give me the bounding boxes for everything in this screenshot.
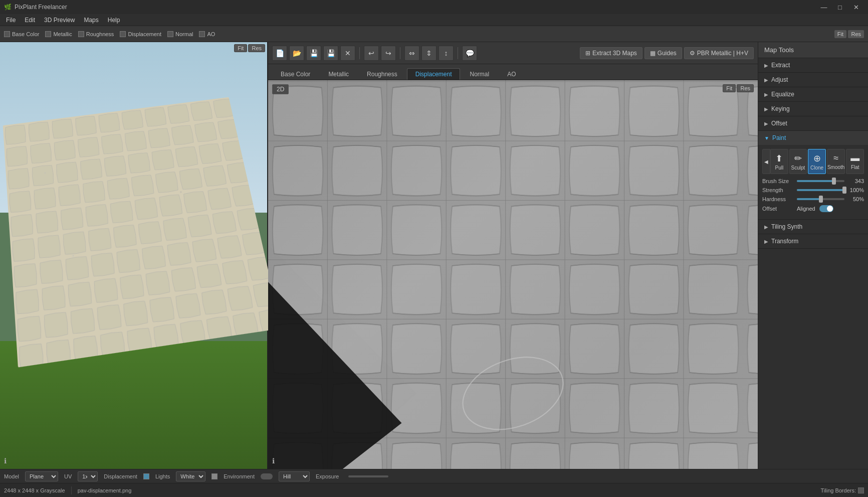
section-equalize-header[interactable]: ▶ Equalize (758, 87, 868, 101)
pull-icon: ⬆ (775, 153, 783, 164)
displacement-label: Displacement (128, 31, 161, 37)
offset-row: Offset Aligned (762, 205, 864, 212)
clone-tool[interactable]: ⊕ Clone (808, 149, 826, 174)
tab-roughness[interactable]: Roughness (358, 68, 406, 80)
section-offset-header[interactable]: ▶ Offset (758, 116, 868, 130)
status-dimensions: 2448 x 2448 x Grayscale (4, 487, 65, 493)
menu-file[interactable]: File (2, 16, 20, 25)
keying-section-label: Keying (771, 105, 790, 112)
menu-3dpreview[interactable]: 3D Preview (40, 16, 79, 25)
uv-select[interactable]: 1x 2x 4x (78, 471, 98, 481)
channel-ao: AO (199, 31, 215, 37)
flip-h-button[interactable]: ⇔ (404, 46, 419, 61)
menu-edit[interactable]: Edit (21, 16, 39, 25)
basecolor-checkbox[interactable] (4, 31, 10, 37)
section-adjust-header[interactable]: ▶ Adjust (758, 73, 868, 87)
section-equalize: ▶ Equalize (758, 87, 868, 102)
brush-size-row: Brush Size 343 (762, 178, 864, 184)
sculpt-tool[interactable]: ✏ Sculpt (789, 149, 807, 174)
left-res-button[interactable]: Res (248, 44, 265, 52)
status-sep1 (71, 486, 72, 494)
hardness-row: Hardness 50% (762, 196, 864, 202)
save-as-button[interactable]: 💾 (323, 46, 338, 61)
bottombar: Model Plane Sphere Cube UV 1x 2x 4x Disp… (0, 469, 868, 483)
menu-maps[interactable]: Maps (80, 16, 102, 25)
undo-button[interactable]: ↩ (364, 46, 379, 61)
center-info-icon: ℹ (272, 457, 275, 465)
displacement-bottom-checkbox[interactable] (143, 473, 149, 479)
new-button[interactable]: 📄 (272, 46, 287, 61)
exposure-slider[interactable] (348, 475, 388, 477)
offset-arrow-icon: ▶ (764, 121, 768, 126)
metallic-checkbox[interactable] (45, 31, 51, 37)
tiling-borders: Tiling Borders: (820, 487, 864, 493)
tab-normal[interactable]: Normal (461, 68, 498, 80)
environment-select[interactable]: Hill Studio Sky (279, 471, 310, 481)
redo-button[interactable]: ↪ (381, 46, 396, 61)
roughness-checkbox[interactable] (78, 31, 84, 37)
extract-3d-maps-button[interactable]: ⊞ Extract 3D Maps (580, 47, 642, 59)
brush-size-thumb (832, 178, 836, 185)
transform-button[interactable]: ↕ (439, 46, 454, 61)
section-paint-header[interactable]: ▼ Paint (758, 131, 868, 145)
view2d-area[interactable]: 2D Fit Res (268, 80, 758, 469)
comment-button[interactable]: 💬 (462, 46, 477, 61)
section-extract-header[interactable]: ▶ Extract (758, 58, 868, 72)
map-tools-title: Map Tools (764, 46, 794, 54)
offset-toggle[interactable] (819, 205, 833, 212)
ao-checkbox[interactable] (199, 31, 205, 37)
flip-v-button[interactable]: ⇕ (421, 46, 437, 61)
tab-displacement[interactable]: Displacement (407, 68, 461, 80)
toolbar: 📄 📂 💾 💾 ✕ ↩ ↪ ⇔ ⇕ ↕ 💬 ⊞ Extract 3D Maps … (268, 42, 758, 64)
pbr-button[interactable]: ⚙ PBR Metallic | H+V (684, 47, 754, 59)
environment-toggle[interactable] (261, 473, 273, 479)
section-transform: ▶ Transform (758, 234, 868, 249)
sculpt-icon: ✏ (794, 153, 802, 164)
maximize-button[interactable]: □ (832, 0, 848, 14)
tiling-synth-arrow-icon: ▶ (764, 224, 768, 230)
brush-tools-scroll-left[interactable]: ◀ (762, 149, 770, 174)
extract-label: Extract 3D Maps (592, 50, 637, 57)
smooth-tool[interactable]: ≈ Smooth (827, 149, 845, 174)
main-area: Fit Res ℹ (0, 42, 868, 469)
view2d-fit-button[interactable]: Fit (723, 84, 736, 92)
section-tiling-synth-header[interactable]: ▶ Tiling Synth (758, 220, 868, 234)
view2d-res-button[interactable]: Res (737, 84, 754, 92)
displacement-checkbox[interactable] (120, 31, 126, 37)
lights-select[interactable]: White Color (176, 471, 205, 481)
metallic-label: Metallic (53, 31, 72, 37)
pbr-icon: ⚙ (690, 50, 695, 57)
left-fit-button[interactable]: Fit (234, 44, 247, 52)
tiling-borders-checkbox[interactable] (858, 487, 864, 493)
transform-section-label: Transform (771, 238, 798, 245)
menu-help[interactable]: Help (104, 16, 124, 25)
tab-metallic[interactable]: Metallic (320, 68, 357, 80)
tab-basecolor[interactable]: Base Color (272, 68, 319, 80)
open-button[interactable]: 📂 (289, 46, 304, 61)
extract-section-label: Extract (771, 62, 790, 69)
pbr-label: PBR Metallic | H+V (697, 50, 748, 57)
section-keying-header[interactable]: ▶ Keying (758, 102, 868, 116)
flat-tool[interactable]: ▬ Flat (846, 149, 864, 174)
topbar-fit-btn[interactable]: Fit (834, 30, 846, 38)
minimize-button[interactable]: — (816, 0, 832, 14)
pull-tool[interactable]: ⬆ Pull (770, 149, 788, 174)
topbar-res-btn[interactable]: Res (848, 30, 864, 38)
section-adjust: ▶ Adjust (758, 73, 868, 87)
left-pane-buttons: Fit Res (234, 44, 265, 52)
strength-slider[interactable] (797, 189, 844, 191)
guides-button[interactable]: ▦ Guides (644, 47, 682, 59)
save-button[interactable]: 💾 (306, 46, 321, 61)
section-transform-header[interactable]: ▶ Transform (758, 234, 868, 248)
brush-size-slider[interactable] (797, 180, 844, 182)
titlebar-controls: — □ ✕ (816, 0, 864, 14)
close-button[interactable]: ✕ (848, 0, 864, 14)
model-select[interactable]: Plane Sphere Cube (25, 471, 58, 481)
brush-buttons: ⬆ Pull ✏ Sculpt ⊕ Clone ≈ (770, 149, 864, 174)
close-doc-button[interactable]: ✕ (340, 46, 355, 61)
brush-size-fill (797, 180, 834, 182)
lights-checkbox[interactable] (211, 473, 218, 479)
normal-checkbox[interactable] (167, 31, 173, 37)
tab-ao[interactable]: AO (499, 68, 524, 80)
hardness-slider[interactable] (797, 198, 844, 200)
